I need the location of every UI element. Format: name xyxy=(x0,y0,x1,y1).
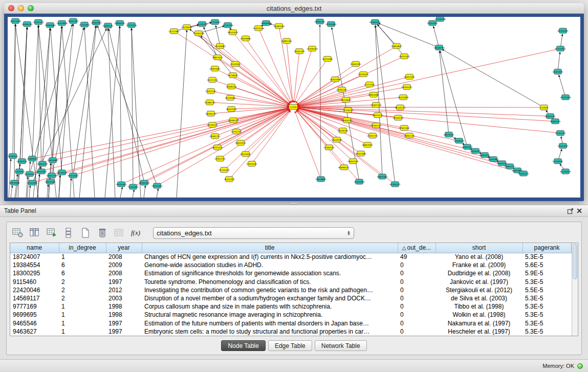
graph-node[interactable]: 16648794 xyxy=(433,45,445,50)
graph-node[interactable]: 18164941 xyxy=(91,20,102,25)
citation-edge[interactable] xyxy=(215,26,220,46)
graph-node[interactable]: 16193531 xyxy=(16,159,28,164)
table-cell[interactable]: Tourette syndrome. Phenomenology and cla… xyxy=(142,278,398,286)
zoom-window-button[interactable] xyxy=(28,5,34,11)
graph-node[interactable]: 12484511 xyxy=(323,145,335,150)
tab-node-table[interactable]: Node Table xyxy=(221,340,266,351)
graph-node[interactable]: 15905141 xyxy=(102,23,114,28)
citation-edge[interactable] xyxy=(11,186,12,198)
graph-node[interactable]: 18016541 xyxy=(470,148,481,154)
table-cell[interactable]: 0 xyxy=(398,311,435,319)
graph-node[interactable]: 10541871 xyxy=(354,179,365,184)
graph-node[interactable]: 17771441 xyxy=(364,82,375,87)
import-table-icon[interactable] xyxy=(45,226,59,239)
graph-node[interactable]: 15220561 xyxy=(225,95,236,100)
graph-node[interactable]: 16954111 xyxy=(479,152,490,158)
graph-node[interactable]: 92450121 xyxy=(518,171,529,176)
graph-node[interactable]: 19164411 xyxy=(401,84,412,90)
citation-edge-highlighted[interactable] xyxy=(295,111,321,179)
graph-node[interactable]: 16041452 xyxy=(68,18,79,24)
table-cell[interactable]: Yano et al. (2008) xyxy=(435,253,522,261)
citation-edge-highlighted[interactable] xyxy=(279,26,292,102)
citation-edge[interactable] xyxy=(19,28,27,171)
graph-node[interactable]: 21071141 xyxy=(33,19,44,25)
citation-edge[interactable] xyxy=(97,26,157,186)
citation-edge[interactable] xyxy=(375,26,382,177)
graph-node[interactable]: 16962111 xyxy=(404,133,415,138)
citation-edge[interactable] xyxy=(32,26,38,159)
citation-edge[interactable] xyxy=(79,26,96,198)
table-cell[interactable]: Hescheler et al. (1997) xyxy=(435,327,522,336)
graph-node[interactable]: 85130474 xyxy=(197,21,208,27)
table-cell[interactable]: 5.9E-5 xyxy=(522,269,571,277)
graph-node[interactable]: 17634501 xyxy=(246,161,257,166)
table-row[interactable]: 977716911998Corpus callosum shape and si… xyxy=(10,302,571,311)
table-cell[interactable]: Dudbridge et al. (2008) xyxy=(435,269,522,277)
close-panel-icon[interactable]: ✕ xyxy=(575,207,584,215)
graph-node[interactable]: 18094511 xyxy=(550,119,561,124)
function-builder-icon[interactable]: f(x) xyxy=(129,226,143,239)
table-cell[interactable]: 49 xyxy=(398,253,435,261)
table-cell[interactable]: Genome-wide association studies in ADHD. xyxy=(142,261,398,269)
graph-node[interactable]: 14138011 xyxy=(227,73,238,78)
graph-node[interactable]: 11607421 xyxy=(371,102,382,107)
citation-edge-highlighted[interactable] xyxy=(121,109,289,184)
graph-node[interactable]: 16046141 xyxy=(21,21,33,27)
citation-edge[interactable] xyxy=(9,159,11,198)
table-cell[interactable]: Disruption of a novel member of a sodium… xyxy=(142,294,398,302)
citation-edge-highlighted[interactable] xyxy=(298,105,376,107)
graph-node[interactable]: 18813441 xyxy=(212,55,223,60)
graph-node[interactable]: 18306173 xyxy=(205,111,216,116)
column-header-name[interactable]: name xyxy=(10,243,59,253)
graph-node[interactable]: 16081019 xyxy=(273,24,285,29)
table-row[interactable]: 969969511998Structural magnetic resonanc… xyxy=(10,311,571,319)
graph-node[interactable]: 19316541 xyxy=(24,171,35,177)
citation-edge[interactable] xyxy=(559,75,565,97)
graph-node[interactable]: 11544901 xyxy=(398,95,409,100)
graph-node[interactable]: 16841911 xyxy=(462,144,473,149)
graph-node[interactable]: 22045731 xyxy=(367,133,378,138)
graph-node[interactable]: 72544401 xyxy=(127,184,139,189)
new-table-icon[interactable] xyxy=(11,226,25,239)
table-cell[interactable]: 1 xyxy=(59,302,106,311)
citation-edge[interactable] xyxy=(37,174,39,198)
table-cell[interactable]: 0 xyxy=(398,302,435,311)
citation-edge[interactable] xyxy=(47,185,48,198)
graph-node[interactable]: 15958 xyxy=(540,105,548,110)
table-cell[interactable]: 0 xyxy=(398,269,435,277)
graph-node[interactable]: 18381731 xyxy=(209,134,221,139)
graph-node[interactable]: 12206118 xyxy=(193,31,204,36)
graph-node[interactable]: 15474148 xyxy=(253,26,264,31)
graph-node[interactable]: 13249571 xyxy=(358,72,369,77)
citation-edge-highlighted[interactable] xyxy=(287,41,293,102)
graph-node[interactable]: 14240663 xyxy=(214,43,226,49)
graph-node[interactable]: 18541871 xyxy=(227,30,238,35)
citation-edge[interactable] xyxy=(84,28,95,198)
graph-node[interactable]: 18979301 xyxy=(9,180,20,185)
graph-node[interactable]: 19730171 xyxy=(207,122,218,127)
citation-edge-highlighted[interactable] xyxy=(133,109,289,187)
graph-node[interactable]: 12221987 xyxy=(168,29,180,34)
minimize-window-button[interactable] xyxy=(18,5,24,11)
column-header-title[interactable]: title xyxy=(142,243,398,253)
citation-edge[interactable] xyxy=(22,28,27,161)
citation-edge[interactable] xyxy=(378,25,397,46)
graph-node[interactable]: 19565683 xyxy=(45,23,56,28)
table-cell[interactable]: 2 xyxy=(59,294,106,302)
graph-node[interactable]: 16096131 xyxy=(226,84,237,89)
graph-node[interactable]: 17458153 xyxy=(307,46,318,51)
table-cell[interactable]: 0 xyxy=(398,278,435,286)
float-panel-icon[interactable] xyxy=(565,207,575,215)
table-cell[interactable]: 0 xyxy=(398,286,435,294)
graph-node[interactable]: 10414828 xyxy=(56,20,68,26)
graph-node[interactable]: 16961251 xyxy=(314,19,325,24)
graph-node[interactable]: 17529041 xyxy=(240,151,251,157)
graph-node[interactable]: 15752171 xyxy=(231,129,242,134)
graph-hub-node[interactable]: 17240 xyxy=(289,104,298,110)
delete-table-icon[interactable] xyxy=(95,226,110,239)
table-row[interactable]: 1830029562008Estimation of significance … xyxy=(10,269,571,277)
table-row[interactable]: 1456911722003Disruption of a novel membe… xyxy=(10,294,571,302)
graph-node[interactable]: 19549751 xyxy=(337,128,349,133)
table-row[interactable]: 946362711997Embryonic stem cells: a mode… xyxy=(10,327,571,336)
window-titlebar[interactable]: citations_edges.txt xyxy=(4,3,584,14)
